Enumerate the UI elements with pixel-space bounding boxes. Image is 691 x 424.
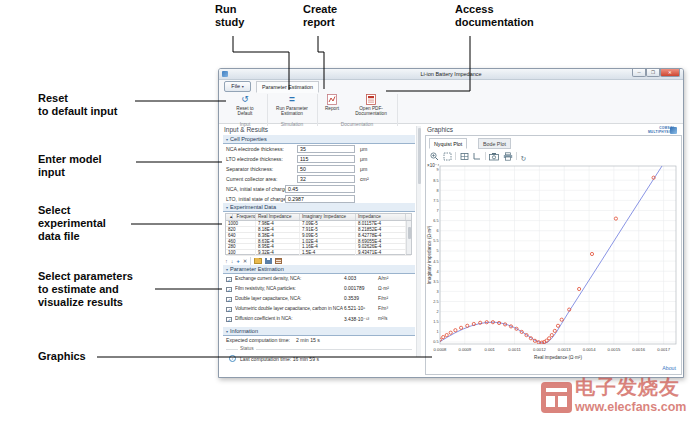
tab-parameter-estimation[interactable]: Parameter Estimation bbox=[256, 81, 319, 93]
svg-text:3: 3 bbox=[436, 290, 438, 294]
field-label: Current collector area: bbox=[226, 176, 277, 182]
svg-text:5: 5 bbox=[436, 249, 438, 253]
svg-text:4: 4 bbox=[436, 270, 438, 274]
table-header[interactable]: ▴ Frequency Real Impedance Imaginary Imp… bbox=[226, 214, 411, 221]
zoom-extents-icon[interactable] bbox=[443, 152, 452, 161]
show-axes-icon[interactable] bbox=[472, 152, 481, 161]
scrollbar-thumb[interactable] bbox=[408, 227, 412, 239]
collapse-icon: ▾ bbox=[226, 137, 228, 142]
move-up-icon[interactable]: ↑ bbox=[225, 258, 228, 265]
reset-to-default-button[interactable]: ↺ Reset to Default bbox=[225, 93, 265, 121]
zoom-in-icon[interactable] bbox=[430, 152, 439, 161]
app-window: Li-ion Battery Impedance ─ ❐ ✕ File ▾ Pa… bbox=[218, 68, 684, 378]
tab-bode-plot[interactable]: Bode Plot bbox=[478, 138, 511, 149]
delete-row-icon[interactable]: ✕ bbox=[243, 258, 248, 265]
move-down-icon[interactable]: ↓ bbox=[231, 258, 234, 265]
input-results-title: Input & Results bbox=[224, 126, 268, 133]
field-input[interactable]: 0.45 bbox=[285, 185, 355, 193]
svg-text:1: 1 bbox=[436, 330, 438, 334]
collapse-icon: ▾ bbox=[226, 267, 228, 272]
form-row: NCA electrode thickness: 35 μm bbox=[223, 145, 415, 155]
checkbox-checked[interactable]: ✓ bbox=[226, 297, 232, 303]
maximize-button[interactable]: ❐ bbox=[646, 69, 660, 77]
svg-text:0.0012: 0.0012 bbox=[533, 347, 546, 352]
field-input[interactable]: 115 bbox=[297, 155, 355, 163]
run-parameter-estimation-button[interactable]: = Run Parameter Estimation bbox=[269, 93, 315, 121]
table-row[interactable]: 100 9.32E-4 1.5E-4 9.43471E-4 bbox=[226, 250, 411, 256]
reset-to-default-label: Reset to Default bbox=[225, 106, 265, 117]
close-button[interactable]: ✕ bbox=[660, 69, 680, 77]
form-row: LTO electrode thickness: 115 μm bbox=[223, 155, 415, 165]
scrollbar-thumb[interactable] bbox=[418, 128, 422, 184]
tab-nyquist-plot[interactable]: Nyquist Plot bbox=[429, 138, 467, 149]
add-row-icon[interactable]: + bbox=[237, 258, 240, 265]
parameter-value: 4.003 bbox=[344, 276, 356, 281]
checkbox-checked[interactable]: ✓ bbox=[226, 317, 232, 323]
collapse-icon: ▾ bbox=[226, 329, 228, 334]
file-menu-button[interactable]: File ▾ bbox=[224, 81, 251, 92]
report-icon bbox=[327, 94, 337, 105]
minimize-button[interactable]: ─ bbox=[632, 69, 646, 77]
svg-text:3.5: 3.5 bbox=[433, 280, 438, 284]
parameter-unit: F/m² bbox=[378, 296, 388, 301]
panel-scrollbar[interactable] bbox=[416, 126, 421, 357]
ribbon: File ▾ Parameter Estimation ↺ Reset to D… bbox=[219, 80, 683, 124]
ribbon-group-documentation: Documentation bbox=[319, 122, 395, 127]
annotation-run-study: Run study bbox=[215, 3, 244, 29]
window-titlebar[interactable]: Li-ion Battery Impedance ─ ❐ ✕ bbox=[219, 69, 683, 80]
checkbox-checked[interactable]: ✓ bbox=[226, 277, 232, 283]
section-experimental-data[interactable]: ▾Experimental Data bbox=[223, 203, 415, 212]
annotation-parameters: Select parameters to estimate and visual… bbox=[38, 270, 133, 309]
experimental-data-label: Experimental Data bbox=[230, 204, 276, 210]
checkbox-checked[interactable]: ✓ bbox=[226, 287, 232, 293]
information-label: Information bbox=[230, 328, 258, 334]
info-icon: i bbox=[229, 355, 236, 362]
open-pdf-documentation-label: Open PDF- Documentation bbox=[347, 106, 395, 117]
svg-text:5.5: 5.5 bbox=[433, 239, 438, 243]
svg-text:0.0015: 0.0015 bbox=[607, 347, 620, 352]
parameter-label: Double layer capacitance, NCA: bbox=[235, 296, 343, 301]
column-real-impedance[interactable]: Real Impedance bbox=[256, 214, 300, 220]
section-cell-properties[interactable]: ▾Cell Properties bbox=[223, 135, 415, 144]
section-parameter-estimation[interactable]: ▾Parameter Estimation bbox=[223, 265, 415, 274]
toolbar-separator bbox=[455, 152, 456, 160]
load-file-icon[interactable] bbox=[254, 258, 262, 264]
comsol-logo-line2: MULTIPHYSICS bbox=[627, 131, 675, 135]
column-impedance[interactable]: Impedance bbox=[356, 214, 406, 220]
field-input[interactable]: 35 bbox=[297, 145, 355, 153]
image-snapshot-icon[interactable] bbox=[489, 152, 499, 161]
export-table-icon[interactable] bbox=[275, 258, 282, 264]
about-link[interactable]: About bbox=[662, 365, 676, 371]
table-scrollbar[interactable] bbox=[406, 221, 411, 254]
watermark-brand: 电子发烧友 bbox=[575, 374, 680, 401]
show-grid-icon[interactable] bbox=[460, 152, 469, 161]
parameter-row: ✓ Double layer capacitance, NCA: 0.3539 … bbox=[223, 295, 415, 305]
annotation-access-documentation: Access documentation bbox=[455, 3, 534, 29]
print-icon[interactable] bbox=[503, 152, 513, 161]
report-button[interactable]: Report bbox=[319, 93, 345, 121]
section-information[interactable]: ▾Information bbox=[223, 327, 415, 336]
svg-text:8: 8 bbox=[436, 189, 438, 193]
graphics-title: Graphics bbox=[427, 126, 453, 133]
parameter-unit: A/m² bbox=[378, 276, 388, 281]
column-frequency[interactable]: ▴ Frequency bbox=[226, 214, 256, 220]
column-imaginary-impedance[interactable]: Imaginary Impedance bbox=[300, 214, 356, 220]
field-input[interactable]: 0.2987 bbox=[285, 195, 355, 203]
open-pdf-documentation-button[interactable]: Open PDF- Documentation bbox=[347, 93, 395, 121]
field-input[interactable]: 32 bbox=[297, 175, 355, 183]
field-input[interactable]: 50 bbox=[297, 165, 355, 173]
expected-label: Expected computation time: bbox=[226, 337, 290, 343]
svg-text:1.5: 1.5 bbox=[433, 320, 438, 324]
checkbox-checked[interactable]: ✓ bbox=[226, 307, 232, 313]
expected-computation-time: Expected computation time:2 min 15 s bbox=[226, 337, 320, 343]
form-row: Separator thickness: 50 μm bbox=[223, 165, 415, 175]
equals-icon: = bbox=[289, 95, 295, 104]
experimental-data-table[interactable]: ▴ Frequency Real Impedance Imaginary Imp… bbox=[225, 213, 412, 255]
last-computation-text: Last computation time: 16 min 59 s bbox=[240, 356, 319, 362]
parameter-row: ✓ Diffusion coefficient in NCA: 3.438·10… bbox=[223, 315, 415, 325]
report-label: Report bbox=[319, 106, 345, 111]
watermark-url: www.elecfans.com bbox=[575, 400, 686, 414]
graphics-box: Nyquist Plot Bode Plot bbox=[425, 135, 682, 375]
nyquist-plot-canvas[interactable]: 0.00080.00090.0010.00110.00120.00130.001… bbox=[426, 162, 683, 375]
save-file-icon[interactable] bbox=[265, 258, 272, 265]
